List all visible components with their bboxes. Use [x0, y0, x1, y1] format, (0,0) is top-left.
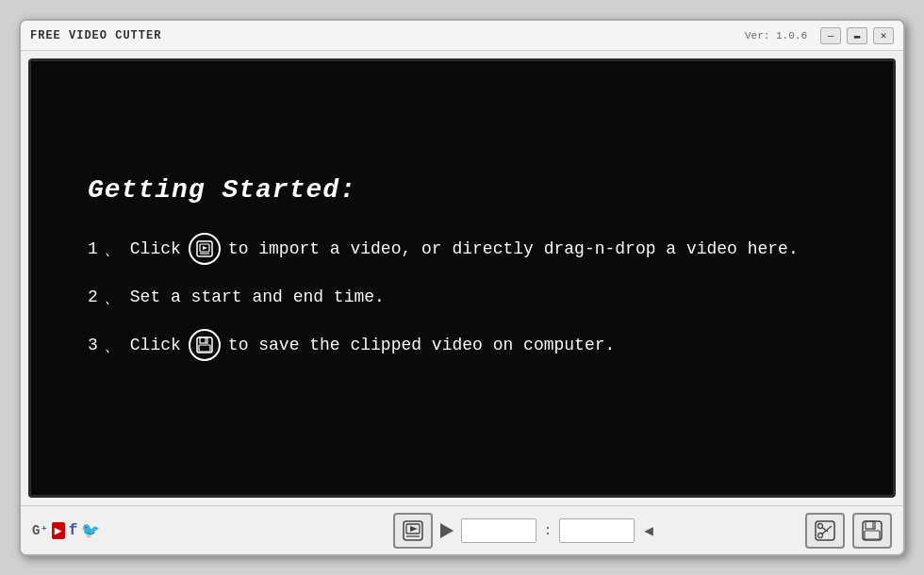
step-3-before: Click	[130, 336, 181, 354]
import-button[interactable]	[393, 513, 433, 549]
cut-button[interactable]	[805, 513, 845, 549]
seek-back-icon: ◀	[644, 521, 653, 540]
time-separator: :	[544, 523, 552, 538]
step-1-number: 1	[88, 239, 98, 258]
step-3: 3 、 Click to save the clipped video on c…	[88, 329, 615, 361]
svg-point-13	[817, 533, 822, 537]
title-bar: FREE VIDEO CUTTER Ver: 1.0.6 — ▬ ✕	[21, 21, 903, 51]
getting-started-heading: Getting Started:	[88, 175, 356, 205]
bottom-bar: G⁺ ▶ f 🐦 :	[21, 505, 903, 554]
step-1-after: to import a video, or directly drag-n-dr…	[228, 239, 799, 258]
youtube-icon[interactable]: ▶	[52, 522, 65, 539]
svg-rect-6	[199, 345, 210, 352]
step-2: 2 、 Set a start and end time.	[88, 286, 385, 308]
step-3-number: 3	[88, 336, 98, 354]
step-3-comma: 、	[104, 334, 121, 356]
video-area: Getting Started: 1 、 Click to import a v…	[28, 58, 896, 498]
close-button[interactable]: ✕	[873, 27, 894, 44]
end-time-input[interactable]	[559, 518, 635, 543]
step-1-before: Click	[130, 239, 181, 258]
svg-point-14	[817, 523, 822, 528]
save-button[interactable]	[852, 513, 892, 549]
title-bar-controls: Ver: 1.0.6 — ▬ ✕	[745, 27, 894, 44]
svg-rect-19	[865, 531, 880, 539]
action-buttons	[805, 513, 892, 549]
play-button[interactable]	[440, 523, 454, 538]
start-time-input[interactable]	[461, 518, 536, 543]
save-icon	[189, 329, 221, 361]
playback-controls: : ◀	[393, 513, 655, 549]
app-window: FREE VIDEO CUTTER Ver: 1.0.6 — ▬ ✕ Getti…	[19, 19, 905, 556]
social-icons: G⁺ ▶ f 🐦	[32, 521, 100, 540]
version-label: Ver: 1.0.6	[745, 30, 807, 41]
step-2-comma: 、	[104, 286, 121, 308]
step-3-after: to save the clipped video on computer.	[228, 336, 615, 354]
import-icon	[189, 233, 221, 265]
google-plus-icon[interactable]: G⁺	[32, 522, 48, 538]
svg-marker-10	[410, 526, 418, 532]
step-1-comma: 、	[104, 238, 121, 260]
twitter-icon[interactable]: 🐦	[81, 521, 100, 540]
step-2-text: Set a start and end time.	[130, 288, 385, 306]
maximize-button[interactable]: ▬	[847, 27, 867, 44]
minimize-button[interactable]: —	[820, 27, 841, 44]
app-title: FREE VIDEO CUTTER	[30, 29, 161, 42]
facebook-icon[interactable]: f	[69, 522, 78, 539]
svg-marker-2	[203, 246, 207, 250]
step-1: 1 、 Click to import a video, or directly…	[88, 233, 799, 265]
step-2-number: 2	[88, 288, 98, 306]
svg-line-15	[822, 526, 832, 534]
svg-rect-5	[200, 337, 207, 343]
